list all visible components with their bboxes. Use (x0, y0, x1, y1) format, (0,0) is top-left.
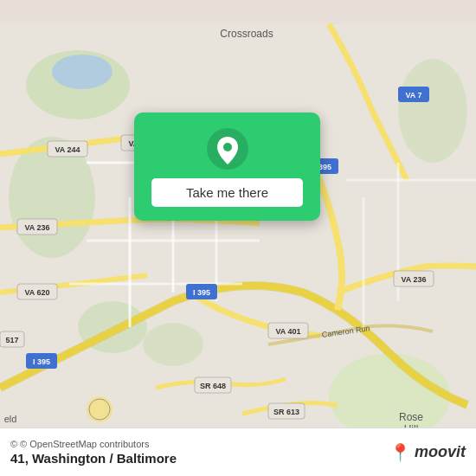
svg-text:517: 517 (5, 336, 18, 344)
location-pin-icon (207, 128, 248, 170)
svg-text:I 395: I 395 (193, 288, 210, 297)
attribution-text: © OpenStreetMap contributors (20, 439, 149, 449)
svg-point-39 (87, 396, 113, 422)
svg-text:I 395: I 395 (33, 357, 50, 366)
moovit-text: moovit (415, 443, 466, 461)
svg-text:Crossroads: Crossroads (220, 28, 273, 40)
svg-text:SR 613: SR 613 (273, 408, 299, 416)
svg-point-42 (223, 143, 232, 151)
svg-text:VA 401: VA 401 (275, 327, 300, 336)
svg-text:VA 244: VA 244 (55, 145, 80, 154)
bottom-bar: © © OpenStreetMap contributors 41, Washi… (0, 428, 476, 476)
svg-text:VA 620: VA 620 (24, 288, 49, 297)
location-card: Take me there (134, 113, 320, 221)
map-container: VA 244 VA 244 VA 236 VA 236 VA 620 I 395… (0, 0, 476, 476)
svg-text:eld: eld (4, 414, 17, 424)
map-svg: VA 244 VA 244 VA 236 VA 236 VA 620 I 395… (0, 0, 476, 476)
svg-point-5 (329, 353, 450, 440)
moovit-pin-icon: 📍 (389, 442, 411, 463)
location-label: 41, Washington / Baltimore (10, 451, 177, 466)
moovit-logo: 📍 moovit (389, 442, 466, 463)
copyright-icon: © (10, 439, 17, 449)
svg-point-7 (52, 55, 113, 89)
svg-text:Rose: Rose (399, 411, 423, 423)
take-me-there-button[interactable]: Take me there (151, 178, 303, 207)
svg-point-6 (398, 59, 467, 163)
svg-point-4 (143, 323, 203, 366)
svg-text:SR 648: SR 648 (200, 382, 226, 390)
svg-text:VA 236: VA 236 (401, 275, 426, 284)
attribution: © © OpenStreetMap contributors (10, 439, 177, 449)
svg-text:VA 7: VA 7 (405, 91, 421, 100)
svg-text:VA 236: VA 236 (24, 223, 49, 232)
